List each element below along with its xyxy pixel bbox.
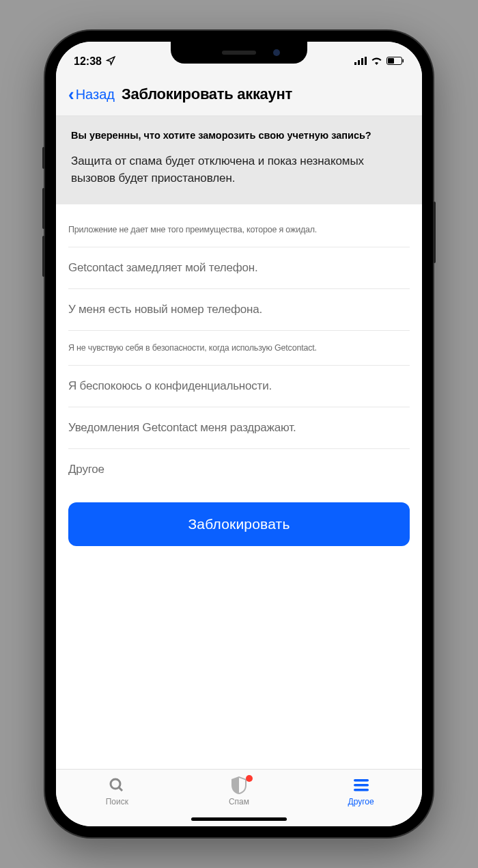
battery-icon [386, 55, 404, 68]
svg-rect-3 [365, 57, 367, 65]
speaker [222, 51, 256, 55]
reason-option[interactable]: Я беспокоюсь о конфиденциальности. [68, 366, 410, 407]
location-icon [106, 56, 115, 68]
tab-other[interactable]: Другое [327, 776, 395, 806]
banner-subtitle: Защита от спама будет отключена и показ … [71, 153, 407, 187]
volume-up-button [42, 188, 45, 229]
reason-option[interactable]: Getcontact замедляет мой телефон. [68, 247, 410, 289]
home-indicator[interactable] [191, 817, 287, 821]
status-left: 12:38 [74, 55, 115, 68]
reasons-list: Приложение не дает мне того преимущества… [56, 204, 422, 490]
svg-rect-10 [354, 784, 369, 787]
page-title: Заблокировать аккаунт [122, 85, 292, 103]
tab-spam[interactable]: Спам [205, 776, 273, 806]
svg-rect-11 [354, 789, 369, 791]
wifi-icon [371, 55, 382, 68]
svg-rect-9 [354, 779, 369, 782]
reason-option[interactable]: У меня есть новый номер телефона. [68, 289, 410, 331]
spacer [56, 546, 422, 769]
tab-search[interactable]: Поиск [83, 776, 151, 806]
reason-option[interactable]: Уведомления Getcontact меня раздражают. [68, 407, 410, 449]
tab-label: Спам [229, 797, 249, 806]
warning-banner: Вы уверенны, что хотите заморозить свою … [56, 116, 422, 204]
notification-badge [246, 775, 253, 782]
reason-option[interactable]: Другое [68, 449, 410, 490]
cellular-icon [354, 55, 367, 68]
chevron-left-icon: ‹ [68, 85, 74, 103]
search-icon [109, 776, 125, 794]
svg-rect-0 [354, 62, 356, 65]
block-button[interactable]: Заблокировать [68, 502, 410, 546]
volume-down-button [42, 236, 45, 277]
notch [171, 42, 307, 64]
silence-switch [42, 147, 45, 169]
reason-option[interactable]: Я не чувствую себя в безопасности, когда… [68, 331, 410, 366]
reason-option[interactable]: Приложение не дает мне того преимущества… [68, 213, 410, 247]
svg-rect-2 [361, 58, 363, 65]
screen: 12:38 ‹ Назад [56, 42, 422, 826]
shield-icon [231, 776, 247, 794]
tab-label: Другое [348, 797, 374, 806]
back-button[interactable]: ‹ Назад [68, 85, 115, 103]
power-button [433, 202, 436, 263]
action-area: Заблокировать [56, 490, 422, 546]
svg-rect-6 [403, 59, 404, 63]
tab-label: Поиск [106, 797, 128, 806]
phone-frame: 12:38 ‹ Назад [45, 31, 433, 837]
svg-rect-5 [388, 58, 394, 64]
nav-bar: ‹ Назад Заблокировать аккаунт [56, 76, 422, 116]
front-camera [273, 49, 280, 56]
menu-icon [354, 776, 369, 794]
status-time: 12:38 [74, 55, 102, 68]
svg-point-7 [111, 779, 120, 789]
status-right [354, 55, 404, 68]
back-label: Назад [76, 87, 115, 103]
banner-title: Вы уверенны, что хотите заморозить свою … [71, 130, 407, 141]
svg-line-8 [119, 787, 122, 791]
svg-rect-1 [358, 60, 360, 65]
